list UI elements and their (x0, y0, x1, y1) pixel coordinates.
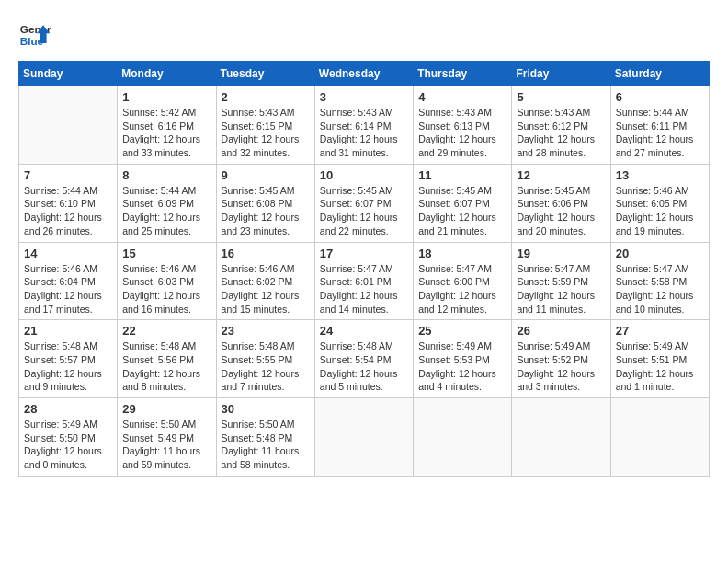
day-info: Sunrise: 5:49 AM Sunset: 5:51 PM Dayligh… (616, 339, 704, 394)
day-info: Sunrise: 5:49 AM Sunset: 5:52 PM Dayligh… (517, 339, 605, 394)
day-number: 4 (418, 90, 506, 104)
calendar-cell: 2Sunrise: 5:43 AM Sunset: 6:15 PM Daylig… (216, 86, 314, 165)
calendar-cell (512, 398, 610, 477)
day-info: Sunrise: 5:46 AM Sunset: 6:03 PM Dayligh… (122, 262, 210, 316)
day-number: 20 (616, 247, 704, 260)
calendar-cell: 14Sunrise: 5:46 AM Sunset: 6:04 PM Dayli… (19, 242, 118, 320)
calendar-cell: 17Sunrise: 5:47 AM Sunset: 6:01 PM Dayli… (314, 242, 413, 320)
week-row-3: 14Sunrise: 5:46 AM Sunset: 6:04 PM Dayli… (19, 242, 710, 320)
day-header-saturday: Saturday (610, 62, 709, 86)
day-number: 1 (122, 90, 210, 104)
day-info: Sunrise: 5:43 AM Sunset: 6:12 PM Dayligh… (517, 106, 605, 160)
day-info: Sunrise: 5:49 AM Sunset: 5:53 PM Dayligh… (418, 339, 506, 394)
day-number: 17 (320, 247, 408, 260)
day-number: 3 (320, 90, 408, 104)
calendar-cell: 23Sunrise: 5:48 AM Sunset: 5:55 PM Dayli… (216, 320, 314, 398)
calendar-header-row: SundayMondayTuesdayWednesdayThursdayFrid… (19, 62, 710, 86)
day-number: 12 (517, 168, 605, 182)
day-number: 2 (222, 90, 310, 104)
calendar-cell: 18Sunrise: 5:47 AM Sunset: 6:00 PM Dayli… (414, 242, 512, 320)
day-info: Sunrise: 5:45 AM Sunset: 6:07 PM Dayligh… (418, 184, 506, 238)
day-header-friday: Friday (512, 62, 610, 86)
day-info: Sunrise: 5:48 AM Sunset: 5:57 PM Dayligh… (24, 339, 112, 394)
day-number: 30 (222, 402, 310, 416)
calendar-cell: 4Sunrise: 5:43 AM Sunset: 6:13 PM Daylig… (414, 86, 512, 165)
day-number: 13 (616, 168, 704, 182)
calendar-cell: 12Sunrise: 5:45 AM Sunset: 6:06 PM Dayli… (512, 164, 610, 242)
day-number: 8 (122, 168, 210, 182)
calendar-cell: 19Sunrise: 5:47 AM Sunset: 5:59 PM Dayli… (512, 242, 610, 320)
calendar-cell: 20Sunrise: 5:47 AM Sunset: 5:58 PM Dayli… (610, 242, 709, 320)
calendar-cell: 29Sunrise: 5:50 AM Sunset: 5:49 PM Dayli… (118, 398, 216, 477)
calendar-cell (610, 398, 709, 477)
day-info: Sunrise: 5:47 AM Sunset: 5:59 PM Dayligh… (517, 262, 605, 316)
day-header-thursday: Thursday (414, 62, 512, 86)
calendar-cell: 10Sunrise: 5:45 AM Sunset: 6:07 PM Dayli… (314, 164, 413, 242)
logo-icon: General Blue (18, 18, 51, 52)
day-number: 18 (418, 247, 506, 260)
day-info: Sunrise: 5:46 AM Sunset: 6:04 PM Dayligh… (24, 262, 112, 316)
calendar-cell: 22Sunrise: 5:48 AM Sunset: 5:56 PM Dayli… (118, 320, 216, 398)
calendar-cell: 26Sunrise: 5:49 AM Sunset: 5:52 PM Dayli… (512, 320, 610, 398)
day-info: Sunrise: 5:44 AM Sunset: 6:09 PM Dayligh… (122, 184, 210, 238)
day-info: Sunrise: 5:48 AM Sunset: 5:56 PM Dayligh… (122, 339, 210, 394)
page-header: General Blue (18, 18, 710, 52)
day-info: Sunrise: 5:48 AM Sunset: 5:54 PM Dayligh… (320, 339, 408, 394)
day-info: Sunrise: 5:45 AM Sunset: 6:06 PM Dayligh… (517, 184, 605, 238)
day-info: Sunrise: 5:42 AM Sunset: 6:16 PM Dayligh… (122, 106, 210, 160)
day-number: 15 (122, 247, 210, 260)
calendar-cell: 9Sunrise: 5:45 AM Sunset: 6:08 PM Daylig… (216, 164, 314, 242)
calendar-cell: 27Sunrise: 5:49 AM Sunset: 5:51 PM Dayli… (610, 320, 709, 398)
day-info: Sunrise: 5:47 AM Sunset: 5:58 PM Dayligh… (616, 262, 704, 316)
day-header-sunday: Sunday (19, 62, 118, 86)
day-header-tuesday: Tuesday (216, 62, 314, 86)
day-info: Sunrise: 5:48 AM Sunset: 5:55 PM Dayligh… (222, 339, 310, 394)
calendar-cell: 8Sunrise: 5:44 AM Sunset: 6:09 PM Daylig… (118, 164, 216, 242)
day-number: 28 (24, 402, 112, 416)
day-info: Sunrise: 5:46 AM Sunset: 6:02 PM Dayligh… (222, 262, 310, 316)
day-number: 16 (222, 247, 310, 260)
calendar-cell: 6Sunrise: 5:44 AM Sunset: 6:11 PM Daylig… (610, 86, 709, 165)
day-info: Sunrise: 5:45 AM Sunset: 6:08 PM Dayligh… (222, 184, 310, 238)
calendar-cell: 21Sunrise: 5:48 AM Sunset: 5:57 PM Dayli… (19, 320, 118, 398)
day-number: 5 (517, 90, 605, 104)
calendar-table: SundayMondayTuesdayWednesdayThursdayFrid… (18, 61, 710, 477)
calendar-cell: 30Sunrise: 5:50 AM Sunset: 5:48 PM Dayli… (216, 398, 314, 477)
calendar-cell: 1Sunrise: 5:42 AM Sunset: 6:16 PM Daylig… (118, 86, 216, 165)
calendar-cell: 13Sunrise: 5:46 AM Sunset: 6:05 PM Dayli… (610, 164, 709, 242)
day-info: Sunrise: 5:43 AM Sunset: 6:14 PM Dayligh… (320, 106, 408, 160)
day-info: Sunrise: 5:50 AM Sunset: 5:49 PM Dayligh… (122, 418, 210, 472)
svg-text:General: General (20, 23, 51, 35)
calendar-cell: 28Sunrise: 5:49 AM Sunset: 5:50 PM Dayli… (19, 398, 118, 477)
day-info: Sunrise: 5:47 AM Sunset: 6:00 PM Dayligh… (418, 262, 506, 316)
calendar-cell: 3Sunrise: 5:43 AM Sunset: 6:14 PM Daylig… (314, 86, 413, 165)
day-header-monday: Monday (118, 62, 216, 86)
day-number: 14 (24, 247, 112, 260)
calendar-cell (314, 398, 413, 477)
day-info: Sunrise: 5:44 AM Sunset: 6:10 PM Dayligh… (24, 184, 112, 238)
calendar-cell (414, 398, 512, 477)
day-number: 11 (418, 168, 506, 182)
day-number: 27 (616, 324, 704, 338)
day-number: 7 (24, 168, 112, 182)
day-info: Sunrise: 5:43 AM Sunset: 6:15 PM Dayligh… (222, 106, 310, 160)
day-number: 25 (418, 324, 506, 338)
week-row-4: 21Sunrise: 5:48 AM Sunset: 5:57 PM Dayli… (19, 320, 710, 398)
day-info: Sunrise: 5:43 AM Sunset: 6:13 PM Dayligh… (418, 106, 506, 160)
calendar-cell: 24Sunrise: 5:48 AM Sunset: 5:54 PM Dayli… (314, 320, 413, 398)
day-number: 10 (320, 168, 408, 182)
day-number: 23 (222, 324, 310, 338)
day-info: Sunrise: 5:45 AM Sunset: 6:07 PM Dayligh… (320, 184, 408, 238)
day-info: Sunrise: 5:46 AM Sunset: 6:05 PM Dayligh… (616, 184, 704, 238)
day-info: Sunrise: 5:50 AM Sunset: 5:48 PM Dayligh… (222, 418, 310, 472)
week-row-5: 28Sunrise: 5:49 AM Sunset: 5:50 PM Dayli… (19, 398, 710, 477)
day-header-wednesday: Wednesday (314, 62, 413, 86)
day-info: Sunrise: 5:49 AM Sunset: 5:50 PM Dayligh… (24, 418, 112, 472)
logo: General Blue (18, 18, 51, 52)
calendar-cell: 7Sunrise: 5:44 AM Sunset: 6:10 PM Daylig… (19, 164, 118, 242)
day-info: Sunrise: 5:44 AM Sunset: 6:11 PM Dayligh… (616, 106, 704, 160)
calendar-cell: 15Sunrise: 5:46 AM Sunset: 6:03 PM Dayli… (118, 242, 216, 320)
day-number: 26 (517, 324, 605, 338)
day-number: 19 (517, 247, 605, 260)
day-number: 21 (24, 324, 112, 338)
